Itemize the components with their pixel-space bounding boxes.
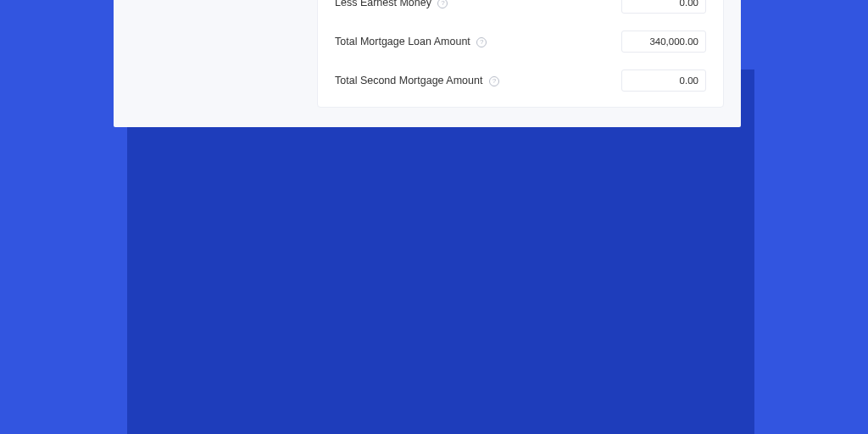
worksheet-box: Total Cash to Close Worksheet Purchase P… — [317, 0, 724, 108]
ws-input-earnest-money[interactable]: 0.00 — [621, 0, 706, 14]
ws-row-earnest-money: Less Earnest Money ? 0.00 — [335, 0, 706, 22]
ws-label: Total Mortgage Loan Amount — [335, 36, 470, 47]
results-panel: Cash to Close Summary Estimated Closing … — [317, 0, 741, 127]
ws-label: Total Second Mortgage Amount — [335, 75, 482, 86]
info-icon[interactable]: ? — [476, 37, 487, 47]
info-icon[interactable]: ? — [489, 76, 499, 86]
inputs-panel: Property Zip Code: Home price: $425,000 … — [114, 0, 317, 127]
card-shadow: Property Zip Code: Home price: $425,000 … — [127, 70, 754, 434]
ws-label: Less Earnest Money — [335, 0, 431, 8]
ws-input-mortgage-amount[interactable]: 340,000.00 — [621, 31, 706, 53]
calculator-card: Property Zip Code: Home price: $425,000 … — [114, 0, 741, 127]
info-icon[interactable]: ? — [437, 0, 448, 8]
ws-row-mortgage-amount: Total Mortgage Loan Amount ? 340,000.00 — [335, 22, 706, 61]
ws-row-second-mortgage: Total Second Mortgage Amount ? 0.00 — [335, 61, 706, 100]
ws-input-second-mortgage[interactable]: 0.00 — [621, 70, 706, 92]
